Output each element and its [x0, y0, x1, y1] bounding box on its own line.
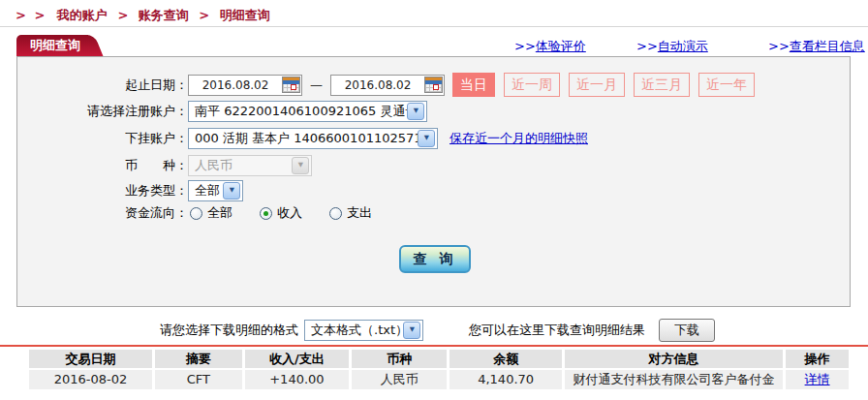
end-date-input[interactable]: 2016.08.02 [330, 75, 445, 96]
header-currency: 币种 [349, 350, 448, 368]
query-button[interactable]: 查 询 [399, 245, 471, 273]
cell-counterparty: 财付通支付科技有限公司客户备付金 [562, 370, 783, 389]
header-date: 交易日期 [29, 350, 152, 368]
radio-expense[interactable]: 支出 [329, 204, 372, 222]
breadcrumb-item-my-account[interactable]: 我的账户 [57, 8, 108, 22]
download-button[interactable]: 下载 [659, 319, 715, 342]
breadcrumb-item-account-query[interactable]: 账务查询 [139, 8, 189, 22]
radio-all[interactable]: 全部 [190, 204, 232, 222]
business-type-label: 业务类型： [17, 182, 188, 200]
sub-account-value: 000 活期 基本户 1406600101102571848 [189, 130, 418, 147]
breadcrumb-item-detail-query[interactable]: 明细查询 [220, 8, 270, 22]
download-hint: 您可以在这里下载查询明细结果 [469, 322, 645, 339]
calendar-icon[interactable] [424, 77, 443, 93]
end-date-value: 2016.08.02 [331, 78, 424, 92]
fund-flow-label: 资金流向： [17, 204, 188, 222]
fund-flow-options: 全部 收入 支出 [190, 204, 372, 222]
download-format-select[interactable]: 文本格式（.txt） [304, 320, 423, 341]
register-account-row: 请选择注册账户： 南平 6222001406100921065 灵通卡 [17, 101, 850, 122]
tab-label: 明细查询 [30, 38, 80, 52]
link-view-column-info[interactable]: >>查看栏目信息 [768, 38, 865, 55]
business-type-row: 业务类型： 全部 [17, 180, 850, 201]
currency-row: 币 种： 人民币 [17, 155, 850, 176]
detail-link-cell: 详情 [783, 370, 849, 389]
fund-flow-row: 资金流向： 全部 收入 支出 [17, 204, 850, 222]
quick-range-today-button[interactable]: 当日 [452, 73, 495, 97]
header-balance: 余额 [447, 350, 561, 368]
header-counterparty: 对方信息 [562, 350, 783, 368]
radio-icon [329, 207, 342, 220]
business-type-select[interactable]: 全部 [188, 180, 243, 201]
table-row: 2016-08-02 CFT +140.00 人民币 4,140.70 财付通支… [29, 370, 849, 389]
radio-income[interactable]: 收入 [260, 204, 302, 222]
start-date-input[interactable]: 2016.08.02 [188, 75, 302, 96]
sub-account-label: 下挂账户： [17, 130, 188, 147]
sub-account-select[interactable]: 000 活期 基本户 1406600101102571848 [188, 128, 438, 149]
currency-value: 人民币 [189, 157, 238, 174]
radio-all-label: 全部 [207, 204, 232, 222]
business-type-value: 全部 [189, 182, 223, 200]
date-range-label: 起止日期： [17, 77, 188, 94]
register-account-label: 请选择注册账户： [17, 103, 188, 120]
cell-currency: 人民币 [349, 370, 448, 389]
cell-balance: 4,140.70 [447, 370, 561, 389]
breadcrumb: > > 我的账户 > 账务查询 > 明细查询 [16, 7, 270, 24]
date-range-row: 起止日期： 2016.08.02 — 2016.08.02 当日 近一周 近一月… [17, 73, 850, 97]
results-table: 交易日期 摘要 收入/支出 币种 余额 对方信息 操作 2016-08-02 C… [29, 350, 849, 389]
header-amount: 收入/支出 [242, 350, 349, 368]
cell-summary: CFT [152, 370, 242, 389]
cell-amount: +140.00 [242, 370, 349, 389]
breadcrumb-separator: > [199, 8, 209, 22]
quick-range-quarter-button[interactable]: 近三月 [634, 73, 690, 97]
register-account-value: 南平 6222001406100921065 灵通卡 [189, 103, 407, 120]
breadcrumb-separator: > [117, 8, 128, 22]
download-format-value: 文本格式（.txt） [305, 322, 403, 339]
query-form-panel: 起止日期： 2016.08.02 — 2016.08.02 当日 近一周 近一月… [16, 56, 851, 307]
download-row: 请您选择下载明细的格式 文本格式（.txt） 您可以在这里下载查询明细结果 下载 [160, 319, 715, 342]
calendar-icon[interactable] [282, 77, 300, 93]
save-snapshot-link[interactable]: 保存近一个月的明细快照 [450, 130, 588, 147]
currency-select: 人民币 [188, 155, 312, 176]
radio-checked-icon [260, 207, 272, 220]
currency-label: 币 种： [17, 157, 188, 174]
quick-range-buttons: 当日 近一周 近一月 近三月 近一年 [452, 73, 755, 97]
detail-link[interactable]: 详情 [805, 372, 830, 386]
quick-range-year-button[interactable]: 近一年 [698, 73, 755, 97]
quick-range-week-button[interactable]: 近一周 [504, 73, 560, 97]
chevron-down-icon [223, 182, 240, 200]
start-date-value: 2016.08.02 [189, 78, 282, 92]
chevron-down-icon [418, 130, 435, 147]
link-auto-demo[interactable]: >>自动演示 [636, 38, 708, 55]
radio-income-label: 收入 [277, 204, 302, 222]
register-account-select[interactable]: 南平 6222001406100921065 灵通卡 [188, 101, 427, 122]
quick-range-month-button[interactable]: 近一月 [569, 73, 625, 97]
header-summary: 摘要 [152, 350, 242, 368]
chevron-down-icon [292, 157, 309, 174]
header-action: 操作 [783, 350, 849, 368]
chevron-down-icon [407, 103, 424, 120]
date-separator: — [310, 77, 323, 92]
table-header-row: 交易日期 摘要 收入/支出 币种 余额 对方信息 操作 [29, 350, 849, 368]
chevron-down-icon [403, 322, 420, 339]
link-experience-rating[interactable]: >>体验评价 [514, 38, 586, 55]
radio-icon [190, 207, 202, 220]
page: > > 我的账户 > 账务查询 > 明细查询 明细查询 >>体验评价 >>自动演… [0, 0, 868, 400]
radio-expense-label: 支出 [347, 204, 372, 222]
cell-date: 2016-08-02 [29, 370, 152, 389]
tab-detail-query[interactable]: 明细查询 [16, 35, 88, 56]
divider [0, 26, 868, 27]
table-top-line [0, 345, 868, 347]
download-format-label: 请您选择下载明细的格式 [160, 322, 298, 339]
sub-account-row: 下挂账户： 000 活期 基本户 1406600101102571848 保存近… [17, 128, 850, 149]
breadcrumb-prefix: > > [16, 8, 46, 22]
